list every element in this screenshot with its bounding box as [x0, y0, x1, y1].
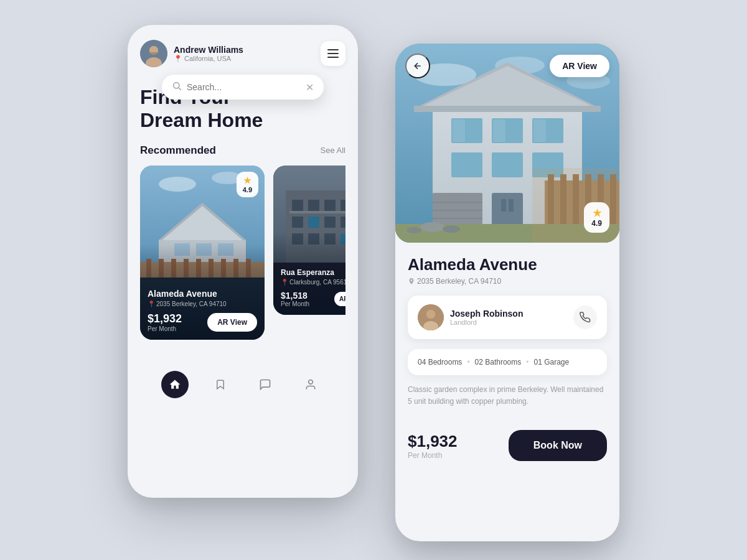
- svg-rect-7: [327, 53, 339, 54]
- property-cards-row: ★ 4.9 Alameda Avenue 📍 2035 Berkeley, CA…: [140, 166, 345, 345]
- svg-rect-6: [327, 49, 339, 50]
- user-text: Andrew Williams 📍 California, USA: [174, 45, 243, 63]
- card2-ar-button[interactable]: AR V: [334, 292, 345, 306]
- card1-price-block: $1,932 Per Month: [148, 312, 182, 332]
- property-card-1[interactable]: ★ 4.9 Alameda Avenue 📍 2035 Berkeley, CA…: [140, 166, 265, 340]
- svg-rect-62: [492, 152, 523, 177]
- detail-property-name: Alameda Avenue: [408, 255, 607, 274]
- card1-content: Alameda Avenue 📍 2035 Berkeley, CA 94710…: [140, 282, 265, 340]
- call-button[interactable]: [573, 306, 597, 329]
- booking-footer: $1,932 Per Month Book Now: [395, 430, 619, 476]
- book-now-button[interactable]: Book Now: [509, 430, 607, 461]
- detail-rating-badge: ★ 4.9: [584, 202, 609, 233]
- garage-feature: 01 Garage: [534, 358, 570, 366]
- landlord-role: Landlord: [450, 319, 523, 326]
- svg-rect-43: [306, 211, 322, 213]
- close-icon[interactable]: ✕: [306, 82, 314, 93]
- landlord-avatar: [418, 304, 444, 330]
- property-card-2[interactable]: Rua Esperanza 📍 Clarksburg, CA 95612 $1,…: [273, 166, 345, 315]
- pin-icon: 📍: [174, 55, 182, 63]
- svg-point-81: [406, 227, 421, 233]
- detail-per-month: Per Month: [408, 451, 458, 460]
- card1-address: 📍 2035 Berkeley, CA 94710: [148, 301, 257, 307]
- svg-point-10: [159, 177, 196, 192]
- bedrooms-feature: 04 Bedrooms: [418, 358, 462, 366]
- back-button[interactable]: [405, 54, 430, 78]
- search-bar[interactable]: ✕: [162, 75, 324, 100]
- detail-price-block: $1,932 Per Month: [408, 432, 458, 460]
- svg-rect-32: [324, 200, 336, 211]
- card2-bottom: $1,518 Per Month AR V: [281, 291, 345, 307]
- card2-price: $1,518: [281, 291, 309, 301]
- menu-button[interactable]: [321, 41, 345, 66]
- svg-rect-8: [327, 57, 339, 58]
- svg-point-79: [420, 222, 445, 232]
- svg-rect-60: [533, 119, 546, 142]
- nav-home[interactable]: [161, 371, 189, 398]
- property-hero-image: AR View ★ 4.9: [395, 44, 619, 243]
- svg-rect-37: [341, 217, 345, 228]
- card1-bottom: $1,932 Per Month AR View: [148, 312, 257, 332]
- svg-rect-45: [338, 211, 345, 213]
- search-icon: [172, 81, 182, 93]
- svg-rect-30: [292, 200, 303, 211]
- card2-price-block: $1,518 Per Month: [281, 291, 309, 307]
- search-input[interactable]: [187, 82, 301, 92]
- bathrooms-feature: 02 Bathrooms: [475, 358, 522, 366]
- svg-rect-61: [451, 152, 482, 177]
- user-info: Andrew Williams 📍 California, USA: [140, 40, 243, 67]
- dot-separator-1: •: [467, 358, 469, 366]
- svg-rect-59: [493, 119, 505, 142]
- rating-badge-1: ★ 4.9: [237, 172, 258, 197]
- pin-icon: 📍: [148, 301, 155, 307]
- detail-price-value: $1,932: [408, 432, 458, 451]
- nav-bookmark[interactable]: [207, 371, 234, 398]
- section-title: Recommended: [140, 144, 216, 157]
- svg-rect-42: [289, 211, 306, 213]
- svg-rect-33: [341, 200, 345, 211]
- detail-top-nav: AR View: [405, 54, 609, 78]
- nav-chat[interactable]: [251, 371, 279, 398]
- svg-rect-34: [292, 217, 303, 228]
- svg-rect-35: [308, 217, 319, 228]
- user-name: Andrew Williams: [174, 45, 243, 55]
- landlord-info: Joseph Robinson Landlord: [418, 304, 523, 330]
- phone-home-screen: ✕: [128, 25, 358, 498]
- user-location: 📍 California, USA: [174, 55, 243, 63]
- detail-content: Alameda Avenue 2035 Berkeley, CA 94710: [395, 243, 619, 430]
- svg-rect-66: [509, 199, 514, 212]
- ar-view-button[interactable]: AR View: [550, 55, 609, 77]
- star-icon: ★: [593, 207, 601, 219]
- svg-point-0: [174, 83, 179, 88]
- landlord-text: Joseph Robinson Landlord: [450, 309, 523, 326]
- svg-point-86: [426, 310, 435, 319]
- card1-name: Alameda Avenue: [148, 289, 257, 299]
- app-header: Andrew Williams 📍 California, USA: [140, 40, 345, 67]
- phone-detail-screen: AR View ★ 4.9 Alameda Avenue 2035 Berkel…: [395, 44, 619, 541]
- avatar: [140, 40, 167, 67]
- card1-ar-button[interactable]: AR View: [207, 313, 257, 332]
- svg-rect-65: [501, 199, 506, 212]
- svg-rect-36: [324, 217, 336, 228]
- svg-rect-44: [322, 211, 338, 213]
- detail-property-address: 2035 Berkeley, CA 94710: [408, 277, 607, 286]
- landlord-card: Joseph Robinson Landlord: [408, 296, 607, 339]
- svg-line-1: [179, 88, 181, 90]
- features-row: 04 Bedrooms • 02 Bathrooms • 01 Garage: [408, 349, 607, 375]
- card2-per-month: Per Month: [281, 301, 309, 307]
- bottom-nav: [140, 360, 345, 413]
- svg-rect-54: [414, 106, 601, 112]
- dot-separator-2: •: [526, 358, 529, 366]
- card2-name: Rua Esperanza: [281, 268, 345, 277]
- card2-content: Rua Esperanza 📍 Clarksburg, CA 95612 $1,…: [273, 262, 345, 315]
- section-header: Recommended See All: [140, 144, 345, 157]
- pin-icon: 📍: [281, 279, 288, 286]
- svg-point-80: [443, 225, 460, 233]
- card1-price: $1,932: [148, 312, 182, 325]
- card2-address: 📍 Clarksburg, CA 95612: [281, 279, 345, 286]
- star-icon: ★: [243, 175, 251, 185]
- property-description: Classic garden complex in prime Berkeley…: [408, 384, 607, 408]
- see-all-link[interactable]: See All: [321, 146, 345, 155]
- nav-profile[interactable]: [297, 371, 324, 398]
- landlord-name: Joseph Robinson: [450, 309, 523, 319]
